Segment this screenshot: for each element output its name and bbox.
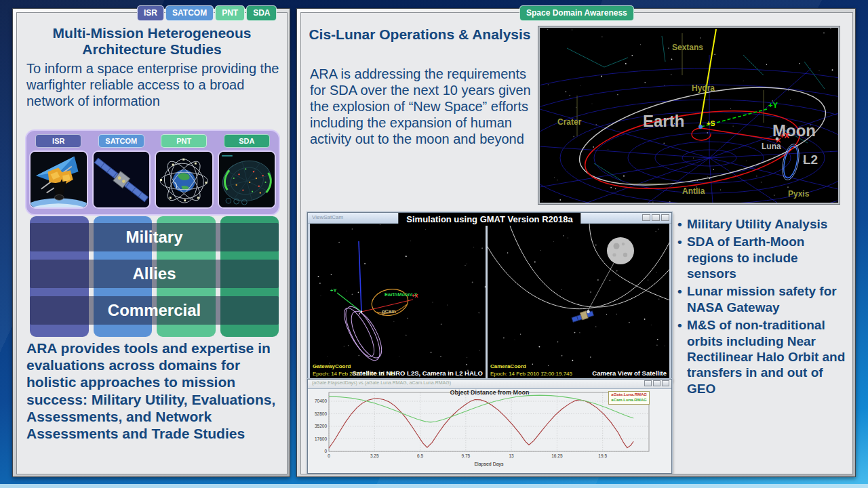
commercial-band: Commercial — [30, 296, 279, 325]
bullet-item: Lunar mission safety for NASA Gateway — [676, 283, 848, 315]
military-band: Military — [30, 223, 279, 251]
legend-entry-agate: aGate.Luna.RMAG — [611, 392, 647, 398]
gcam-label: gCam — [382, 308, 396, 314]
pnt-constellation-thumbnail — [155, 150, 214, 209]
camera-view-caption: Camera View of Satellite — [592, 369, 667, 377]
gateway-axis-y-label: +Y — [330, 287, 336, 293]
svg-text:0: 0 — [328, 453, 330, 458]
camera-epoch-label: Epoch: 14 Feb 2010 12:00:19.745 — [490, 371, 572, 377]
domain-tag-satcom: SATCOM — [165, 5, 214, 21]
svg-text:19.5: 19.5 — [598, 453, 607, 458]
gateway-view-graphic — [310, 224, 486, 378]
allies-band: Allies — [30, 260, 279, 288]
pill-cell-satcom: SATCOM — [92, 134, 151, 148]
legend-entry-acam: aCam.Luna.RMAG — [611, 398, 647, 403]
luna-label: Luna — [762, 142, 781, 151]
svg-text:13: 13 — [509, 453, 515, 458]
svg-text:6.5: 6.5 — [417, 453, 423, 458]
distance-chart-window: (aGate.ElapsedDays) vs (aGate.Luna.RMAG,… — [307, 379, 672, 474]
constellation-label-crater: Crater — [557, 117, 581, 127]
gmat-window-controls — [642, 214, 669, 221]
left-panel-frame: Multi-Mission Heterogeneous Architecture… — [12, 8, 290, 477]
gateway-axis-x-label: +X — [412, 293, 418, 299]
orbit-axis-x-label: +X — [780, 131, 789, 140]
domain-tag-isr: ISR — [137, 5, 164, 21]
space-domain-awareness-tag: Space Domain Awareness — [519, 5, 634, 21]
gmat-simulation-window: ViewSatCam Simulation using GMAT Version… — [307, 212, 672, 381]
orbit-axis-s-label: +S — [707, 120, 715, 127]
gmat-version-banner: Simulation using GMAT Version R2018a — [398, 213, 580, 226]
right-panel-intro: ARA is addressing the requirements for S… — [310, 66, 536, 147]
moon-label: Moon — [772, 121, 816, 140]
camera-view-graphic — [488, 224, 669, 378]
pill-cell-sda: SDA — [218, 134, 277, 148]
camera-coord-label: CameraCoord — [490, 363, 526, 369]
svg-text:Elapsed Days: Elapsed Days — [474, 462, 504, 467]
bullet-item: Military Utility Analysis — [676, 216, 848, 232]
pill-cell-pnt: PNT — [155, 134, 214, 148]
domain-tag-sda: SDA — [246, 5, 277, 21]
gateway-view-caption: Satellite in NHRO L2S, Camera in L2 HALO — [352, 369, 483, 377]
svg-text:16.25: 16.25 — [551, 453, 563, 458]
pnt-pill: PNT — [161, 134, 207, 148]
constellation-label-hydra: Hydra — [692, 83, 715, 93]
chart-window-titlebar[interactable]: (aGate.ElapsedDays) vs (aGate.Luna.RMAG,… — [308, 380, 671, 389]
restore-button[interactable] — [652, 214, 660, 221]
svg-text:0: 0 — [324, 449, 327, 453]
svg-text:70400: 70400 — [315, 399, 327, 403]
svg-text:9.75: 9.75 — [462, 453, 471, 458]
constellation-label-pyxis: Pyxis — [788, 189, 809, 199]
earth-label: Earth — [643, 112, 684, 131]
camera-view-viewport: CameraCoord Epoch: 14 Feb 2010 12:00:19.… — [488, 224, 669, 378]
domain-graphic-box: ISR SATCOM PNT SDA — [25, 129, 280, 216]
minimize-button[interactable] — [644, 380, 652, 386]
close-button[interactable] — [661, 214, 669, 221]
isr-pill: ISR — [35, 134, 81, 148]
slide: ISR SATCOM PNT SDA Space Domain Awarenes… — [0, 0, 868, 488]
domain-tag-row: ISR SATCOM PNT SDA — [137, 5, 277, 21]
right-panel-title: Cis-Lunar Operations & Analysis — [301, 26, 538, 43]
earth-moon-orbit-diagram: Sextans Hydra Crater Antlia Pyxis Earth … — [538, 26, 840, 204]
isr-satellite-thumbnail — [29, 150, 88, 209]
satcom-pill: SATCOM — [98, 134, 144, 148]
restore-button[interactable] — [653, 380, 660, 386]
domain-tag-pnt: PNT — [215, 5, 245, 21]
bullet-item: M&S of non-traditional orbits including … — [676, 317, 848, 396]
left-panel-body: ARA provides tools and expertise in eval… — [26, 340, 281, 442]
constellation-label-sextans: Sextans — [672, 43, 703, 52]
left-panel: Multi-Mission Heterogeneous Architecture… — [16, 12, 288, 474]
bottom-strip — [0, 484, 868, 488]
orbit-diagram-graphic — [540, 28, 838, 203]
thumbnail-row — [29, 150, 276, 209]
svg-text:52800: 52800 — [315, 411, 327, 416]
gateway-view-viewport: +Y EarthMoonL2 +X gCam GatewayCoord Epoc… — [310, 224, 486, 378]
domain-pill-row: ISR SATCOM PNT SDA — [29, 134, 276, 148]
satcom-satellite-thumbnail — [92, 150, 151, 209]
gateway-coord-label: GatewayCoord — [313, 363, 351, 369]
close-button[interactable] — [662, 380, 669, 386]
minimize-button[interactable] — [642, 214, 650, 221]
sda-bullet-list: Military Utility Analysis SDA of Earth-M… — [676, 216, 848, 399]
right-panel-frame: Cis-Lunar Operations & Analysis ARA is a… — [296, 8, 856, 477]
constellation-label-antlia: Antlia — [682, 186, 705, 196]
sda-pill: SDA — [224, 134, 270, 148]
sda-display-thumbnail — [218, 150, 277, 209]
chart-legend: aGate.Luna.RMAG aCam.Luna.RMAG — [608, 391, 650, 405]
left-panel-title: Multi-Mission Heterogeneous Architecture… — [17, 25, 287, 58]
domain-columns: Military Allies Commercial — [30, 216, 279, 337]
right-panel: Cis-Lunar Operations & Analysis ARA is a… — [300, 12, 853, 474]
svg-text:35200: 35200 — [315, 424, 327, 428]
gmat-child-window-title: ViewSatCam — [312, 214, 343, 220]
left-panel-intro: To inform a space enterprise providing t… — [26, 60, 280, 109]
orbit-axis-y-label: +Y — [768, 101, 778, 109]
svg-text:17600: 17600 — [315, 436, 327, 441]
svg-text:3.25: 3.25 — [370, 453, 379, 458]
pill-cell-isr: ISR — [29, 134, 88, 148]
chart-window-controls — [644, 380, 669, 386]
chart-window-title: (aGate.ElapsedDays) vs (aGate.Luna.RMAG,… — [312, 380, 451, 385]
l2-label: L2 — [803, 152, 818, 167]
bullet-item: SDA of Earth-Moon regions to include sen… — [676, 234, 848, 281]
